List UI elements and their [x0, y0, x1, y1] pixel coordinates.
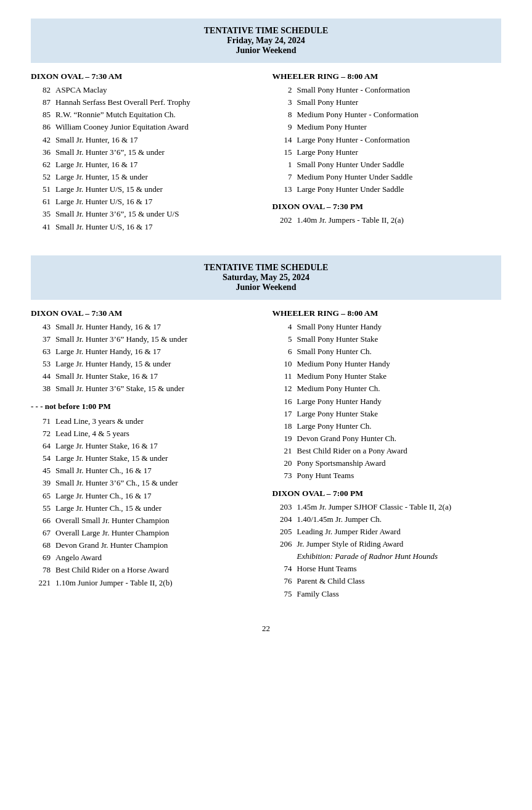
entry-number: 203: [272, 501, 292, 513]
entry-number: 68: [31, 539, 51, 552]
entry-number: 85: [31, 109, 51, 121]
list-item: 72Lead Line, 4 & 5 years: [31, 428, 254, 440]
entry-number: 67: [31, 527, 51, 539]
entry-number: 17: [272, 408, 292, 420]
list-item: 205Leading Jr. Jumper Rider Award: [272, 526, 502, 538]
entry-number: 64: [31, 440, 51, 452]
entry-number: 69: [31, 552, 51, 564]
entry-name: Large Jr. Hunter Handy, 15 & under: [55, 358, 254, 370]
list-item: 62Large Jr. Hunter, 16 & 17: [31, 159, 254, 171]
list-item: 2041.40/1.45m Jr. Jumper Ch.: [272, 513, 502, 526]
list-item: 71Lead Line, 3 years & under: [31, 415, 254, 428]
entry-number: 15: [272, 146, 292, 159]
schedule1-left-ring-header: DIXON OVAL – 7:30 AM: [31, 72, 254, 81]
entry-name: Small Jr. Hunter Stake, 16 & 17: [55, 370, 254, 382]
list-item: 44Small Jr. Hunter Stake, 16 & 17: [31, 370, 254, 382]
schedule1-date: Friday, May 24, 2024: [43, 36, 489, 46]
entry-number: 87: [31, 96, 51, 109]
entry-number: 52: [31, 171, 51, 183]
schedule2-right-ring1-entries: 4Small Pony Hunter Handy5Small Pony Hunt…: [272, 321, 502, 482]
entry-name: Devon Grand Jr. Hunter Champion: [55, 539, 254, 552]
list-item: 54Large Jr. Hunter Stake, 15 & under: [31, 452, 254, 465]
entry-name: Large Pony Hunter Handy: [297, 395, 502, 408]
list-item: 3Small Pony Hunter: [272, 96, 502, 109]
entry-name: Overall Small Jr. Hunter Champion: [55, 515, 254, 527]
entry-number: 221: [31, 577, 51, 589]
list-item: 11Medium Pony Hunter Stake: [272, 370, 502, 382]
entry-number: 53: [31, 358, 51, 370]
entry-name: Large Pony Hunter Ch.: [297, 420, 502, 432]
entry-name: Large Jr. Hunter Stake, 15 & under: [55, 452, 254, 465]
entry-number: 36: [31, 146, 51, 159]
list-item: 36Small Jr. Hunter 3’6”, 15 & under: [31, 146, 254, 159]
entry-name: Large Jr. Hunter U/S, 16 & 17: [55, 196, 254, 208]
list-item: 82ASPCA Maclay: [31, 84, 254, 96]
entry-name: Exhibition: Parade of Radnor Hunt Hounds: [297, 550, 502, 563]
entry-name: 1.40/1.45m Jr. Jumper Ch.: [297, 513, 502, 526]
entry-name: Medium Pony Hunter Stake: [297, 370, 502, 382]
schedule1-title: TENTATIVE TIME SCHEDULE: [43, 26, 489, 36]
entry-number: 3: [272, 96, 292, 109]
entry-number: 5: [272, 333, 292, 345]
list-item: 17Large Pony Hunter Stake: [272, 408, 502, 420]
entry-name: Large Pony Hunter Stake: [297, 408, 502, 420]
list-item: 19Devon Grand Pony Hunter Ch.: [272, 432, 502, 445]
schedule2-right-col: WHEELER RING – 8:00 AM 4Small Pony Hunte…: [266, 308, 502, 605]
list-item: 85R.W. “Ronnie” Mutch Equitation Ch.: [31, 109, 254, 121]
entry-number: 54: [31, 452, 51, 465]
entry-number: 61: [31, 196, 51, 208]
list-item: 76Parent & Child Class: [272, 575, 502, 587]
list-item: 67Overall Large Jr. Hunter Champion: [31, 527, 254, 539]
schedule1-right-ring1-header: WHEELER RING – 8:00 AM: [272, 72, 502, 81]
list-item: Exhibition: Parade of Radnor Hunt Hounds: [272, 550, 502, 563]
entry-name: Pony Sportsmanship Award: [297, 457, 502, 469]
entry-name: Large Jr. Hunter Handy, 16 & 17: [55, 345, 254, 358]
entry-number: 44: [31, 370, 51, 382]
schedule2-date: Saturday, May 25, 2024: [43, 273, 489, 283]
list-item: 21Best Child Rider on a Pony Award: [272, 445, 502, 457]
schedule2-right-ring2-header: DIXON OVAL – 7:00 PM: [272, 489, 502, 498]
schedule1-right-ring1-entries: 2Small Pony Hunter - Conformation3Small …: [272, 84, 502, 196]
list-item: 69Angelo Award: [31, 552, 254, 564]
entry-number: 86: [31, 121, 51, 133]
schedule2-content: DIXON OVAL – 7:30 AM 43Small Jr. Hunter …: [31, 308, 501, 605]
entry-number: 75: [272, 588, 292, 600]
entry-name: Large Jr. Hunter, 16 & 17: [55, 159, 254, 171]
entry-number: 78: [31, 564, 51, 576]
list-item: 35Small Jr. Hunter 3’6”, 15 & under U/S: [31, 208, 254, 220]
entry-name: Angelo Award: [55, 552, 254, 564]
entry-name: R.W. “Ronnie” Mutch Equitation Ch.: [55, 109, 254, 121]
list-item: 15Large Pony Hunter: [272, 146, 502, 159]
list-item: 51Large Jr. Hunter U/S, 15 & under: [31, 183, 254, 196]
entry-number: 39: [31, 477, 51, 489]
list-item: 2021.40m Jr. Jumpers - Table II, 2(a): [272, 214, 502, 226]
entry-number: 35: [31, 208, 51, 220]
list-item: 75Family Class: [272, 588, 502, 600]
entry-number: 6: [272, 345, 292, 358]
entry-name: Horse Hunt Teams: [297, 563, 502, 575]
schedule2-right-ring2-entries: 2031.45m Jr. Jumper SJHOF Classic - Tabl…: [272, 501, 502, 600]
schedule1-header: TENTATIVE TIME SCHEDULE Friday, May 24, …: [31, 19, 501, 63]
page-number: 22: [31, 624, 501, 634]
schedule2-left-entries2: 71Lead Line, 3 years & under72Lead Line,…: [31, 415, 254, 589]
list-item: 18Large Pony Hunter Ch.: [272, 420, 502, 432]
schedule2-right-ring1-header: WHEELER RING – 8:00 AM: [272, 308, 502, 318]
list-item: 73Pony Hunt Teams: [272, 469, 502, 482]
list-item: 9Medium Pony Hunter: [272, 121, 502, 133]
list-item: 74Horse Hunt Teams: [272, 563, 502, 575]
list-item: 7Medium Pony Hunter Under Saddle: [272, 171, 502, 183]
entry-name: Large Pony Hunter Under Saddle: [297, 183, 502, 196]
entry-name: Small Jr. Hunter Ch., 16 & 17: [55, 465, 254, 477]
list-item: 14Large Pony Hunter - Conformation: [272, 134, 502, 146]
list-item: 2211.10m Junior Jumper - Table II, 2(b): [31, 577, 254, 589]
list-item: 37Small Jr. Hunter 3’6” Handy, 15 & unde…: [31, 333, 254, 345]
entry-number: 11: [272, 370, 292, 382]
entry-number: 21: [272, 445, 292, 457]
list-item: 52Large Jr. Hunter, 15 & under: [31, 171, 254, 183]
entry-name: Small Jr. Hunter U/S, 16 & 17: [55, 221, 254, 233]
entry-number: 20: [272, 457, 292, 469]
list-item: 38Small Jr. Hunter 3’6” Stake, 15 & unde…: [31, 382, 254, 395]
entry-number: 66: [31, 515, 51, 527]
list-item: 39Small Jr. Hunter 3’6” Ch., 15 & under: [31, 477, 254, 489]
entry-name: Small Pony Hunter: [297, 96, 502, 109]
